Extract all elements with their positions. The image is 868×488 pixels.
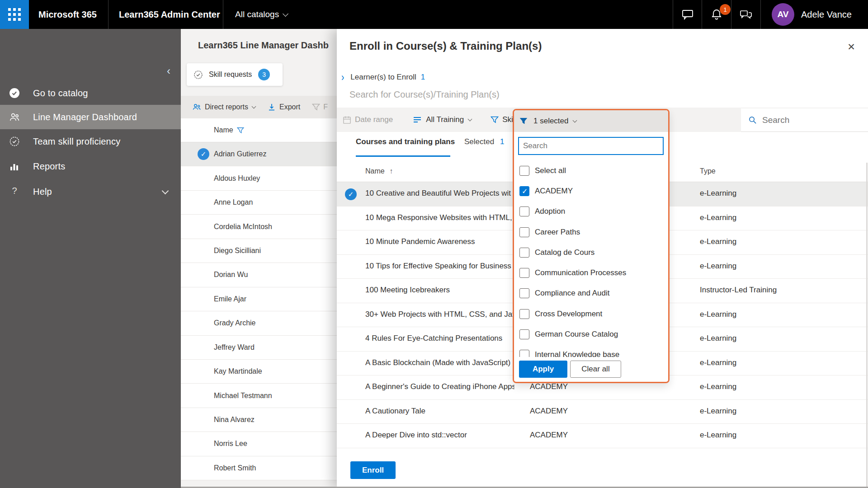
direct-report-row[interactable]: ✓ Kay Martindale xyxy=(181,360,337,384)
direct-report-name: Diego Sicilliani xyxy=(214,247,261,255)
category-option-label: Select all xyxy=(535,166,566,175)
feedback-button[interactable] xyxy=(732,0,760,29)
learners-to-enroll-expander[interactable]: › Learner(s) to Enroll 1 xyxy=(341,70,425,84)
direct-report-row[interactable]: ✓ Anne Logan xyxy=(181,191,337,215)
category-option[interactable]: Cross Development xyxy=(514,304,668,324)
direct-report-name: Michael Testmann xyxy=(214,392,272,400)
checkbox[interactable] xyxy=(519,206,529,216)
category-option[interactable]: ACADEMY xyxy=(514,181,668,201)
course-type: e-Learning xyxy=(700,382,736,391)
checkbox[interactable] xyxy=(519,309,529,319)
direct-report-row[interactable]: ✓ Emile Ajar xyxy=(181,287,337,311)
direct-report-row[interactable]: ✓ Grady Archie xyxy=(181,311,337,335)
direct-report-name: Grady Archie xyxy=(214,319,255,327)
active-tab-underline xyxy=(356,155,450,157)
category-option[interactable]: Compliance and Audit xyxy=(514,283,668,304)
category-option-label: Compliance and Audit xyxy=(535,289,609,298)
category-option[interactable]: Career Paths xyxy=(514,222,668,242)
course-row[interactable]: ✓ A Cautionary Tale ACADEMY e-Learning xyxy=(337,400,868,424)
chat-button[interactable] xyxy=(674,0,702,29)
category-search-box[interactable] xyxy=(518,137,664,155)
course-name: 10 Mega Responsive Websites with HTML, xyxy=(365,213,514,222)
brand-title[interactable]: Microsoft 365 xyxy=(38,0,97,29)
checkbox[interactable] xyxy=(519,227,529,237)
sidebar-item-line-manager-dashboard[interactable]: Line Manager Dashboard xyxy=(0,105,181,129)
course-row[interactable]: ✓ A Deeper Dive into std::vector ACADEMY… xyxy=(337,424,868,448)
category-option[interactable]: German Course Catalog xyxy=(514,324,668,344)
catalog-selector[interactable]: All catalogs xyxy=(235,0,288,29)
tab-selected-label: Selected xyxy=(464,137,494,146)
user-name[interactable]: Adele Vance xyxy=(801,0,852,29)
date-range-label: Date range xyxy=(355,115,393,124)
name-column-header[interactable]: Name ↑ xyxy=(365,167,393,175)
category-option[interactable]: Adoption xyxy=(514,202,668,222)
direct-report-name: Kay Martindale xyxy=(214,367,262,375)
people-icon xyxy=(192,103,202,112)
avatar[interactable]: AV xyxy=(772,3,794,26)
direct-report-row[interactable]: ✓ Norris Lee xyxy=(181,432,337,456)
filter-funnel-icon[interactable] xyxy=(237,127,244,134)
checkbox[interactable] xyxy=(519,268,529,278)
close-icon[interactable]: ✕ xyxy=(844,40,859,54)
filters-button[interactable]: F xyxy=(323,103,328,111)
category-option[interactable]: Select all xyxy=(514,160,668,181)
direct-report-row[interactable]: ✓ Dorian Wu xyxy=(181,263,337,287)
course-search-input[interactable] xyxy=(761,115,843,126)
type-column-header[interactable]: Type xyxy=(700,167,716,175)
checkbox[interactable] xyxy=(519,166,529,176)
sidebar-item-go-to-catalog[interactable]: Go to catalog xyxy=(0,81,181,105)
vertical-scrollbar[interactable] xyxy=(866,163,868,488)
export-button[interactable]: Export xyxy=(279,103,300,111)
course-type: e-Learning xyxy=(700,213,736,222)
enroll-button[interactable]: Enroll xyxy=(350,461,396,479)
direct-reports-dropdown[interactable]: Direct reports xyxy=(205,103,248,111)
app-launcher-button[interactable] xyxy=(0,0,29,29)
direct-report-row[interactable]: ✓ Jeffrey Ward xyxy=(181,336,337,360)
calendar-icon xyxy=(343,116,351,124)
course-type: e-Learning xyxy=(700,334,736,343)
app-title[interactable]: Learn365 Admin Center xyxy=(119,0,220,29)
sidebar-item-team-skill-proficiency[interactable]: Team skill proficiency xyxy=(0,129,181,154)
course-type: e-Learning xyxy=(700,431,736,440)
category-search-input[interactable] xyxy=(522,141,653,151)
checkbox[interactable] xyxy=(519,186,529,196)
date-range-filter[interactable]: Date range xyxy=(343,115,393,124)
direct-report-row[interactable]: ✓ Aldous Huxley xyxy=(181,166,337,190)
category-option[interactable]: Catalog de Cours xyxy=(514,242,668,263)
direct-report-row[interactable]: ✓ Nina Alvarez xyxy=(181,408,337,432)
category-option[interactable]: Communication Processes xyxy=(514,263,668,283)
sidebar-item-help[interactable]: ? Help xyxy=(0,179,181,204)
checkbox[interactable] xyxy=(519,288,529,298)
notification-badge: 1 xyxy=(720,4,731,15)
clear-all-button[interactable]: Clear all xyxy=(570,361,621,378)
direct-report-row[interactable]: ✓ Cordelia McIntosh xyxy=(181,215,337,239)
direct-report-row[interactable]: ✓ Adrian Gutierrez xyxy=(181,142,337,166)
name-column-header[interactable]: Name xyxy=(214,126,233,134)
topbar-divider xyxy=(673,0,673,29)
direct-report-row[interactable]: ✓ Diego Sicilliani xyxy=(181,239,337,263)
category-option-label: Cross Development xyxy=(535,310,602,319)
feedback-icon xyxy=(740,9,752,20)
name-header-label: Name xyxy=(365,167,385,175)
modal-subtitle: Search for Course(s)/Training Plan(s) xyxy=(349,89,500,100)
training-type-dropdown[interactable]: All Training xyxy=(413,115,472,124)
course-name: A Cautionary Tale xyxy=(365,407,514,416)
skill-requests-button[interactable]: Skill requests 3 xyxy=(187,63,283,86)
training-type-label: All Training xyxy=(426,115,464,124)
category-filter-button[interactable]: 1 selected xyxy=(514,110,668,132)
tab-selected[interactable]: Selected 1 xyxy=(464,137,504,146)
dropdown-footer: Apply Clear all xyxy=(514,357,668,382)
direct-report-row[interactable]: ✓ Michael Testmann xyxy=(181,384,337,408)
direct-report-row[interactable]: ✓ Robert Smith xyxy=(181,456,337,480)
sidebar-item-reports[interactable]: Reports xyxy=(0,154,181,178)
checkbox[interactable] xyxy=(519,329,529,339)
course-name: 4 Rules For Eye-Catching Presentations xyxy=(365,334,514,343)
apply-button[interactable]: Apply xyxy=(519,361,567,378)
people-icon xyxy=(9,111,20,123)
skill-requests-badge: 3 xyxy=(258,69,270,80)
sidebar-collapse-button[interactable]: ‹ xyxy=(163,65,175,77)
course-search-box[interactable] xyxy=(741,108,868,132)
category-option-label: German Course Catalog xyxy=(535,330,618,339)
tab-courses-and-training-plans[interactable]: Courses and training plans xyxy=(356,137,455,146)
checkbox[interactable] xyxy=(519,248,529,258)
